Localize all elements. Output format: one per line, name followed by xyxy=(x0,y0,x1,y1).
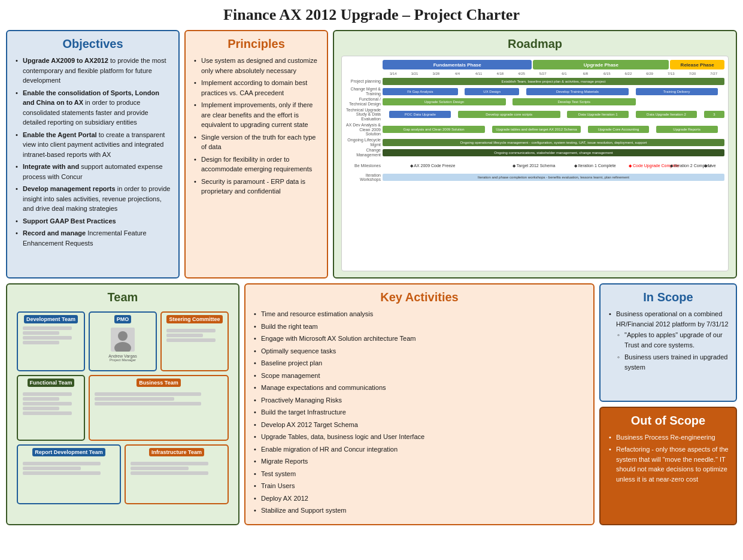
row-label-comms: Change Management xyxy=(345,148,383,157)
team-section: Team Development Team PMO xyxy=(6,283,239,525)
row-label-schema: AX Dev Analysis & Clean 2009 Solution xyxy=(345,123,383,137)
gantt-bar-upgrade-reports: Upgrade Reports xyxy=(656,126,718,133)
milestone-schema: ◆ Target 2012 Schema xyxy=(512,164,555,168)
gantt-bar-test-scripts: Develop Test Scripts xyxy=(512,98,636,105)
team-card-infra: Infrastructure Team xyxy=(125,444,229,504)
gantt-bar-solution-design: Upgrade Solution Design xyxy=(383,98,506,105)
inscope-title: In Scope xyxy=(608,290,729,304)
team-card-dev: Development Team xyxy=(17,311,85,371)
milestone-codefree: ◆ AX 2009 Code Freeze xyxy=(410,164,456,168)
steering-title: Steering Committee xyxy=(166,315,222,323)
gantt-bar-training-delivery: Training Delivery xyxy=(636,88,718,95)
objectives-section: Objectives Upgrade AX2009 to AX2012 to p… xyxy=(6,30,180,279)
gantt-bar-workshops: Iteration and phase completion workshops… xyxy=(383,174,724,181)
infra-title: Infrastructure Team xyxy=(149,448,204,456)
activities-title: Key Activities xyxy=(253,290,586,304)
gantt-bar-schema1: Gap analysis and Clean 2009 Solution xyxy=(383,126,485,133)
phase-fundamentals: Fundamentals Phase xyxy=(383,60,532,69)
row-label-project-planning: Project planning xyxy=(345,79,383,84)
row-label-solution: Functional / Technical Design xyxy=(345,97,383,106)
activities-section: Key Activities Time and resource estimat… xyxy=(244,283,595,525)
principles-content: Use system as designed and customize onl… xyxy=(193,56,320,196)
row-label-fitgap: Change Mgmt & Training xyxy=(345,87,383,96)
row-label-workshops: Iteration Workshops xyxy=(345,173,383,181)
team-card-functional: Functional Team xyxy=(17,375,85,441)
report-dev-title: Report Development Team xyxy=(32,448,105,456)
pmo-name: Andrew Vargas xyxy=(108,354,137,358)
pmo-title: PMO xyxy=(114,315,132,323)
gantt-bar-core-scripts: Develop upgrade core scripts xyxy=(458,111,560,118)
principles-section: Principles Use system as designed and cu… xyxy=(184,30,328,279)
roadmap-title: Roadmap xyxy=(341,37,729,51)
dev-team-title: Development Team xyxy=(24,315,78,323)
gantt-bar-training-materials: Develop Training Materials xyxy=(526,88,629,95)
inscope-content: Business operational on a combined HR/Fi… xyxy=(608,309,729,372)
gantt-bar-comms: Ongoing communications, stakeholder mana… xyxy=(383,149,724,156)
activities-content: Time and resource estimation analysis Bu… xyxy=(253,309,586,516)
gantt-bar-project-planning: Establish Team, baseline project plan & … xyxy=(383,78,724,85)
objectives-content: Upgrade AX2009 to AX2012 to provide the … xyxy=(14,56,171,248)
gantt-bar-operational: Ongoing operational lifecycle management… xyxy=(383,139,724,146)
row-label-data: Technical Upgrade Study & Data Evaluatio… xyxy=(345,108,383,122)
business-title: Business Team xyxy=(137,379,180,387)
gantt-bar-ux: UX Design xyxy=(465,88,519,95)
objectives-title: Objectives xyxy=(14,37,171,51)
gantt-bar-schema2: Upgrade tables and define target AX 2012… xyxy=(492,126,581,133)
page-title: Finance AX 2012 Upgrade – Project Charte… xyxy=(6,6,737,24)
outscope-title: Out of Scope xyxy=(608,414,729,428)
gantt-bar-data-iter1: Data Upgrade Iteration 1 xyxy=(567,111,629,118)
gantt-bar-data-iter3: 3 xyxy=(704,111,724,118)
gantt-bar-fitgap: Fit Gap Analysis xyxy=(383,88,458,95)
gantt-bar-core-accounting: Upgrade Core Accounting xyxy=(588,126,650,133)
outscope-section: Out of Scope Business Process Re-enginee… xyxy=(599,407,737,525)
functional-title: Functional Team xyxy=(28,379,75,387)
milestone-live: ◆ Live xyxy=(704,164,716,168)
team-card-business: Business Team xyxy=(89,375,229,441)
phase-release: Release Phase xyxy=(670,60,724,69)
outscope-content: Business Process Re-engineering Refactor… xyxy=(608,432,729,485)
row-label-milestones: Be Milestones xyxy=(345,164,383,168)
inscope-section: In Scope Business operational on a combi… xyxy=(599,283,737,402)
row-label-operational: Ongoing Lifecycle Mgmt xyxy=(345,138,383,147)
roadmap-visual: Fundamentals Phase Upgrade Phase Release… xyxy=(341,56,729,271)
pmo-role: Project Manager xyxy=(110,358,136,362)
team-title: Team xyxy=(14,290,231,304)
team-card-steering: Steering Committee xyxy=(160,311,229,371)
svg-point-1 xyxy=(118,331,128,341)
milestone-iter1: ◆ Iteration 1 Complete xyxy=(574,164,616,168)
principles-title: Principles xyxy=(193,37,320,51)
roadmap-section: Roadmap Fundamentals Phase Upgrade Phase… xyxy=(333,30,737,279)
avatar-pmo xyxy=(111,328,135,352)
gantt-bar-poc: POC Data Upgrade xyxy=(389,111,451,118)
team-card-pmo: PMO Andrew Vargas Project Manager xyxy=(89,311,157,371)
scope-column: In Scope Business operational on a combi… xyxy=(599,283,737,525)
gantt-bar-data-iter2: Data Upgrade Iteration 2 xyxy=(636,111,697,118)
phase-upgrade: Upgrade Phase xyxy=(533,60,669,69)
team-card-report: Report Development Team xyxy=(17,444,121,504)
